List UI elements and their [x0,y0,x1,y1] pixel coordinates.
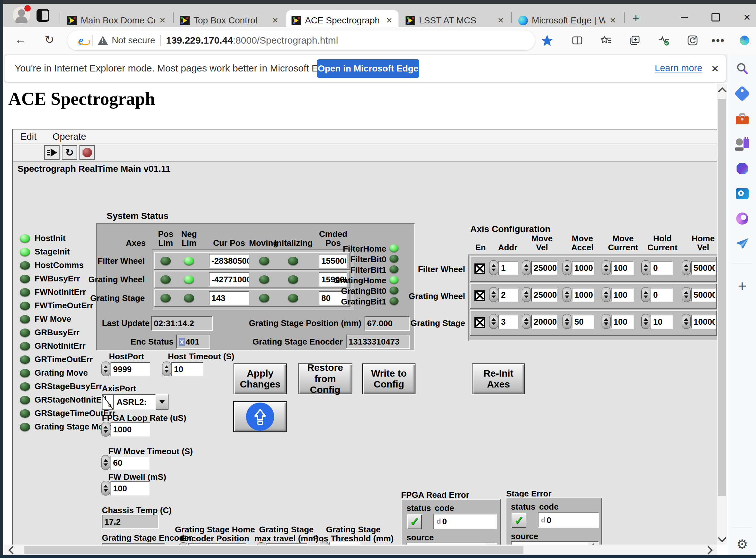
scroll-up-button[interactable] [716,85,728,97]
sidebar-shopping-button[interactable] [734,86,750,101]
menu-operate[interactable]: Operate [53,131,86,142]
move-vel-spinner[interactable] [522,287,531,302]
fw-move-timeout-spinner[interactable] [101,455,110,470]
learn-more-link[interactable]: Learn more [655,63,702,73]
sidebar-tools-button[interactable] [734,111,750,126]
en-checkbox[interactable] [475,290,485,301]
tab-close-icon[interactable] [158,16,167,25]
sidebar-designer-button[interactable] [734,211,750,226]
code-field[interactable]: d0 [433,514,497,529]
fw-dwell-spinner[interactable] [101,481,110,496]
addr-spinner[interactable] [489,260,498,275]
move-current-spinner[interactable] [602,260,611,275]
fpga-loop-rate-field[interactable]: 1000 [110,423,150,436]
source-scrollbar[interactable] [588,542,598,544]
move-accel-field[interactable]: 50 [572,315,594,329]
favorites-button[interactable] [598,32,614,49]
addr-spinner[interactable] [489,287,498,302]
cmded-pos-field[interactable]: 155000 [319,254,347,268]
tab-close-icon[interactable] [496,16,506,25]
back-button[interactable]: ← [12,31,29,48]
tab-close-icon[interactable] [384,16,394,25]
write-to-config-button[interactable]: Write to Config [362,363,415,394]
fw-dwell-field[interactable]: 100 [110,481,150,496]
addr-field[interactable]: 2 [498,288,518,302]
stop-button[interactable]: STOP [233,401,287,432]
sidebar-search-button[interactable] [734,61,750,76]
home-vel-spinner[interactable] [682,260,691,275]
minimize-button[interactable] [677,9,692,25]
move-vel-field[interactable]: 250000 [531,288,558,302]
hold-current-spinner[interactable] [641,260,650,275]
page-horizontal-scrollbar[interactable] [4,544,717,555]
horizontal-scroll-thumb[interactable] [24,546,523,554]
url-text[interactable]: 139.229.170.44:8000/Spectrograph.html [166,35,338,46]
home-vel-spinner[interactable] [682,314,691,329]
not-secure-label[interactable]: Not secure [112,35,155,46]
page-vertical-scrollbar[interactable] [717,84,727,544]
maximize-button[interactable] [708,9,723,25]
not-secure-warning-icon[interactable] [98,36,108,45]
gs-pos-threshold-field[interactable]: 0.001 [329,542,360,544]
fpga-loop-rate-spinner[interactable] [101,422,110,436]
run-continuous-button[interactable] [62,145,77,160]
sidebar-drop-button[interactable] [734,236,750,251]
home-vel-spinner[interactable] [682,287,691,302]
split-screen-button[interactable] [569,32,586,49]
cur-pos-field[interactable]: -42771000 [209,273,249,286]
close-button[interactable] [739,9,755,25]
move-accel-spinner[interactable] [563,314,571,329]
reinit-axes-button[interactable]: Re-Init Axes [472,363,525,394]
hostport-field[interactable]: 9999 [110,362,150,376]
home-vel-field[interactable]: 50000 [691,261,716,275]
sidebar-outlook-button[interactable] [734,186,750,201]
en-checkbox[interactable] [475,263,485,274]
addr-field[interactable]: 3 [498,315,518,329]
web-select-button[interactable] [684,32,701,49]
move-accel-field[interactable]: 1000 [572,261,594,275]
axisport-combo[interactable]: ASRL2: [113,394,156,410]
move-vel-spinner[interactable] [522,260,531,275]
fw-move-timeout-field[interactable]: 60 [110,456,150,470]
move-current-spinner[interactable] [602,314,611,329]
hold-current-field[interactable]: 0 [651,261,673,275]
new-tab-button[interactable] [630,12,642,24]
scroll-down-button[interactable] [716,532,728,544]
code-field[interactable]: d0 [538,512,599,528]
hold-current-field[interactable]: 10 [651,315,673,329]
open-in-edge-button[interactable]: Open in Microsoft Edge [317,59,419,78]
hold-current-spinner[interactable] [641,314,650,329]
run-button[interactable] [44,145,60,160]
move-vel-field[interactable]: 200000 [531,315,558,329]
hold-current-field[interactable]: 0 [651,288,673,302]
move-current-field[interactable]: 100 [611,261,634,275]
addr-field[interactable]: 1 [498,261,518,275]
profile-avatar[interactable] [13,6,30,24]
tab-close-icon[interactable] [270,16,280,25]
scroll-left-button[interactable] [6,544,19,556]
cur-pos-field[interactable]: -283805000 [209,254,249,268]
vertical-scroll-thumb[interactable] [718,99,726,496]
home-vel-field[interactable]: 100000 [691,315,716,329]
move-current-field[interactable]: 100 [611,315,634,329]
source-textbox[interactable] [511,541,599,544]
hostport-spinner[interactable] [101,361,110,376]
cur-pos-field[interactable]: 143 [209,291,249,305]
host-timeout-field[interactable]: 10 [171,362,204,376]
move-accel-spinner[interactable] [563,287,571,302]
en-checkbox[interactable] [475,317,485,328]
collections-button[interactable] [627,32,643,49]
sidebar-add-button[interactable] [734,278,750,294]
move-current-field[interactable]: 100 [611,288,634,302]
apply-changes-button[interactable]: Apply Changes [234,363,287,394]
addr-spinner[interactable] [489,314,498,329]
move-accel-field[interactable]: 1000 [572,288,594,302]
home-vel-field[interactable]: 50000 [691,288,716,302]
restore-from-config-button[interactable]: Restore from Config [298,363,352,394]
abort-button[interactable] [79,145,95,160]
favorite-star-button[interactable] [539,32,556,49]
url-field[interactable]: e Not secure 139.229.170.44:8000/Spectro… [67,30,535,50]
settings-more-button[interactable] [710,32,727,49]
move-vel-field[interactable]: 250000 [531,261,558,275]
refresh-button[interactable]: ↻ [41,31,58,48]
